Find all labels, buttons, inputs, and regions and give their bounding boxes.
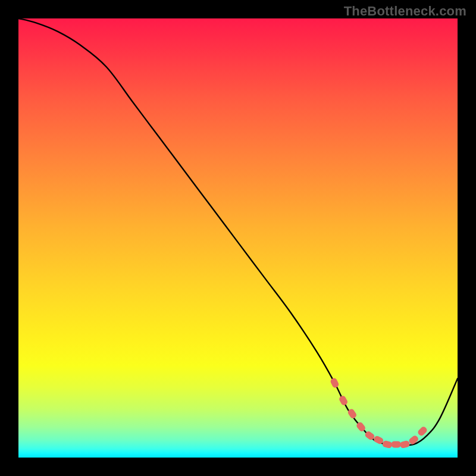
- watermark-text: TheBottleneck.com: [344, 4, 466, 19]
- bottleneck-curve: [18, 18, 458, 445]
- optimal-marker: [382, 440, 393, 449]
- optimal-marker: [392, 441, 401, 447]
- chart-svg: [18, 18, 458, 458]
- optimal-marker: [408, 434, 419, 445]
- optimal-marker: [338, 394, 348, 406]
- optimal-zone-markers: [330, 377, 428, 449]
- bottleneck-curve-path: [18, 18, 458, 445]
- optimal-marker: [330, 377, 340, 389]
- chart-stage: TheBottleneck.com: [0, 0, 476, 476]
- optimal-marker: [399, 440, 410, 449]
